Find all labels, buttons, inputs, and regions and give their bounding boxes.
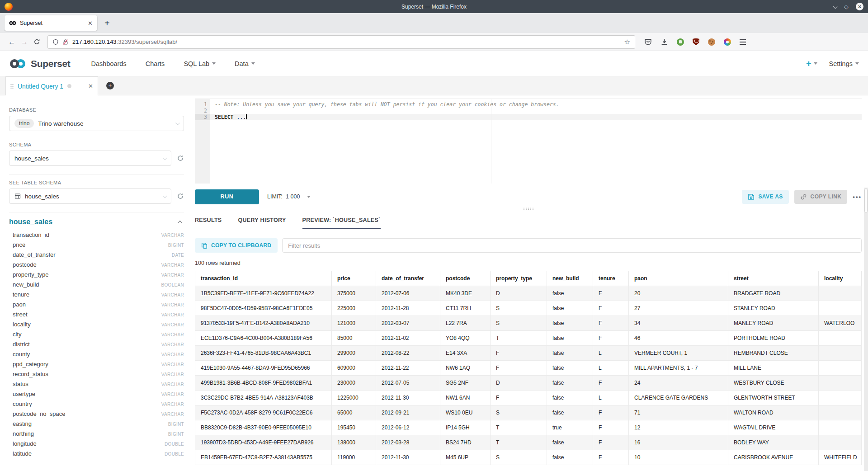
cookie-extension-icon[interactable]: [708, 38, 715, 46]
scrollbar-thumb[interactable]: [864, 188, 868, 213]
nav-item-data[interactable]: Data: [235, 60, 255, 67]
table-row: F5C273AC-0D2A-458F-8279-9C61F0C22EC6 650…: [195, 405, 862, 420]
table-name: house_sales: [9, 218, 52, 226]
column-header[interactable]: postcode: [440, 271, 491, 286]
column-name: easting: [13, 420, 32, 427]
pocket-extension-icon[interactable]: [644, 38, 652, 46]
schema-column-row: country VARCHAR: [9, 400, 184, 410]
database-select[interactable]: trino Trino warehouse: [9, 116, 184, 131]
tab-results[interactable]: RESULTS: [195, 217, 222, 229]
schema-select[interactable]: house_sales: [9, 151, 171, 166]
editor-code-area[interactable]: -- Note: Unless you save your query, the…: [210, 99, 862, 184]
nav-item-sql-lab[interactable]: SQL Lab: [184, 60, 216, 67]
browser-tab[interactable]: Superset ✕: [5, 15, 97, 31]
column-header[interactable]: price: [332, 271, 376, 286]
brand-name[interactable]: Superset: [31, 58, 70, 69]
refresh-schema-icon[interactable]: [177, 155, 184, 162]
table-select[interactable]: house_sales: [9, 188, 171, 204]
tab-preview-house-sales[interactable]: PREVIEW: `HOUSE_SALES`: [302, 217, 381, 229]
editor-gutter: 1 2 3: [195, 99, 210, 184]
save-as-button[interactable]: SAVE AS: [742, 190, 788, 204]
nav-item-charts[interactable]: Charts: [146, 60, 165, 67]
copy-to-clipboard-button[interactable]: COPY TO CLIPBOARD: [195, 238, 278, 253]
column-name: ppd_category: [13, 361, 48, 367]
shield-icon[interactable]: [52, 39, 59, 45]
column-type: VARCHAR: [161, 392, 184, 397]
column-name: locality: [13, 321, 31, 328]
new-tab-button[interactable]: +: [104, 18, 110, 28]
nav-item-dashboards[interactable]: Dashboards: [91, 60, 126, 67]
copy-link-button[interactable]: COPY LINK: [794, 190, 848, 204]
more-options-button[interactable]: •••: [853, 193, 862, 200]
colorful-extension-icon[interactable]: [724, 38, 731, 46]
chevron-down-icon: [163, 155, 167, 160]
column-name: price: [13, 241, 25, 248]
schema-column-row: county VARCHAR: [9, 351, 184, 361]
column-header[interactable]: locality: [819, 271, 862, 286]
column-header[interactable]: transaction_id: [195, 271, 332, 286]
table-schema-heading[interactable]: house_sales: [9, 218, 184, 226]
add-query-tab-button[interactable]: +: [106, 82, 114, 89]
downloads-icon[interactable]: [660, 38, 668, 46]
column-name: transaction_id: [13, 231, 49, 238]
schema-column-row: city VARCHAR: [9, 331, 184, 341]
window-title: Superset — Mozilla Firefox: [0, 4, 868, 10]
column-type: VARCHAR: [161, 332, 184, 337]
chevron-down-icon: [307, 196, 311, 198]
column-type: VARCHAR: [161, 233, 184, 238]
refresh-table-icon[interactable]: [177, 193, 184, 200]
settings-menu[interactable]: Settings: [829, 60, 859, 67]
chevron-up-icon[interactable]: [178, 220, 182, 225]
window-maximize-icon[interactable]: ◇: [844, 4, 849, 9]
window-minimize-icon[interactable]: [833, 5, 838, 9]
url-path: :32393/superset/sqllab/: [117, 38, 177, 45]
superset-logo-icon[interactable]: [9, 58, 27, 69]
pane-splitter-handle[interactable]: [195, 206, 862, 212]
database-value: Trino warehouse: [38, 120, 83, 127]
column-header[interactable]: date_of_transfer: [376, 271, 440, 286]
schema-column-row: tenure VARCHAR: [9, 291, 184, 301]
forward-button[interactable]: →: [18, 38, 31, 46]
column-header[interactable]: property_type: [491, 271, 547, 286]
query-tab-untitled[interactable]: Untitled Query 1 ✕: [5, 76, 98, 95]
tab-close-icon[interactable]: ✕: [88, 20, 93, 27]
column-header[interactable]: new_build: [547, 271, 593, 286]
filter-results-input[interactable]: [282, 238, 862, 253]
query-tab-bar: Untitled Query 1 ✕ +: [0, 76, 868, 95]
results-table: transaction_id price date_of_transfer po…: [195, 271, 862, 465]
bookmark-star-icon[interactable]: ☆: [624, 38, 630, 46]
column-header[interactable]: paon: [629, 271, 728, 286]
run-button[interactable]: RUN: [195, 189, 259, 204]
ublock-extension-icon[interactable]: [693, 38, 699, 46]
reload-icon[interactable]: [33, 38, 40, 45]
back-button[interactable]: ←: [5, 38, 18, 46]
table-row: 193907D3-5DBD-453D-A49E-9FEE27DAB926 138…: [195, 435, 862, 450]
menu-icon[interactable]: [740, 39, 746, 45]
table-row: BB8320C9-D82B-4B37-90E0-9FEE05095E10 195…: [195, 420, 862, 435]
insecure-lock-icon[interactable]: [62, 39, 69, 45]
column-header[interactable]: tenure: [593, 271, 629, 286]
table-row: 499B1981-3B6B-4BCD-808F-9FED9802BFA1 230…: [195, 376, 862, 391]
url-bar[interactable]: 217.160.120.143:32393/superset/sqllab/ ☆: [47, 35, 635, 49]
column-name: tenure: [13, 291, 29, 298]
editor-comment-line: -- Note: Unless you save your query, the…: [210, 101, 862, 108]
chevron-down-icon: [251, 62, 255, 65]
schema-column-row: district VARCHAR: [9, 341, 184, 351]
drag-handle-icon[interactable]: [10, 84, 14, 89]
close-icon[interactable]: ✕: [88, 83, 93, 89]
tab-query-history[interactable]: QUERY HISTORY: [238, 217, 286, 229]
add-new-button[interactable]: +: [806, 59, 817, 68]
schema-column-row: usertype VARCHAR: [9, 391, 184, 400]
window-close-icon[interactable]: ×: [856, 3, 863, 10]
column-header[interactable]: street: [728, 271, 819, 286]
schema-column-list: transaction_id VARCHAR price BIGINT date…: [9, 231, 184, 460]
schema-column-row: latitude DOUBLE: [9, 450, 184, 460]
column-name: postcode: [13, 261, 37, 268]
editor-toolbar: RUN LIMIT: 1 000 SAVE AS COPY LINK: [195, 187, 862, 206]
sql-editor[interactable]: 1 2 3 -- Note: Unless you save your quer…: [195, 99, 862, 184]
query-tab-title: Untitled Query 1: [18, 83, 63, 90]
column-name: status: [13, 381, 28, 387]
scrollbar-track[interactable]: [864, 188, 868, 471]
limit-dropdown[interactable]: LIMIT: 1 000: [267, 193, 311, 200]
privacy-extension-icon[interactable]: [677, 38, 684, 46]
